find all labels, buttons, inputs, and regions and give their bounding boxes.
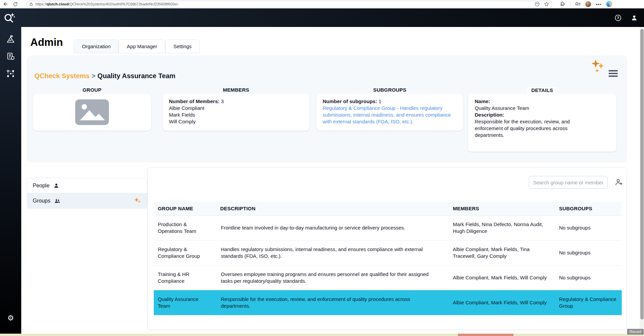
member-name: Will Comply: [169, 118, 303, 125]
org-nav: People Groups: [27, 178, 147, 209]
person-icon: [53, 183, 59, 189]
audit-document-shield-icon[interactable]: [6, 52, 15, 61]
nav-item-people[interactable]: People: [27, 178, 147, 193]
cell-group-name: Regulatory & Compliance Group: [154, 240, 216, 265]
column-header-subgroups: SUBGROUPS: [317, 87, 463, 93]
cell-description: Oversees employee training programs and …: [216, 265, 449, 290]
table-header-row: GROUP NAME DESCRIPTION MEMBERS SUBGROUPS: [154, 202, 622, 215]
nav-groups-label: Groups: [33, 198, 50, 204]
details-description-label: Description:: [475, 112, 504, 118]
settings-gear-icon[interactable]: ⚙: [7, 314, 14, 322]
table-row-selected[interactable]: Quality Assurance Team Responsible for t…: [154, 290, 622, 315]
group-image-card: [33, 94, 151, 131]
bookmark-star-icon[interactable]: [544, 1, 549, 7]
app-topbar: ?: [0, 8, 644, 27]
details-card: Name: Quality Assurance Team Description…: [468, 94, 616, 152]
browser-menu-icon[interactable]: •••: [596, 2, 602, 7]
groups-table-card: GROUP NAME DESCRIPTION MEMBERS SUBGROUPS…: [147, 167, 627, 330]
page-title: Admin: [30, 36, 63, 49]
card-menu-icon[interactable]: [609, 70, 618, 77]
url-text: https://qlutch.cloud/QCheck%20Systems/40…: [35, 2, 532, 6]
cell-members: Mark Fields, Nina Defecto, Norma Audit, …: [449, 215, 555, 240]
nav-item-groups[interactable]: Groups: [27, 193, 147, 208]
subgroups-count-label: Number of subgroups:: [323, 98, 377, 104]
help-icon[interactable]: ?: [614, 14, 622, 22]
table-row[interactable]: Production & Operations Team Frontline t…: [154, 215, 622, 240]
subgroup-link[interactable]: Regulatory & Compliance Group - Handles …: [323, 105, 457, 125]
cell-description: Frontline team involved in day-to-day ma…: [216, 215, 449, 240]
browser-chrome: https://qlutch.cloud/QCheck%20Systems/40…: [0, 0, 644, 8]
breadcrumb-current: Quality Assurance Team: [97, 72, 175, 80]
cell-group-name: Production & Operations Team: [154, 215, 216, 240]
cell-members: Albie Compliant, Mark Fields, Will Compl…: [449, 290, 555, 315]
refresh-icon[interactable]: [12, 1, 18, 7]
cell-description: Handles regulatory submissions, internal…: [216, 240, 449, 265]
cell-group-name: Quality Assurance Team: [154, 290, 216, 315]
main-content: Admin Organization App Manager Settings …: [21, 27, 640, 336]
cell-subgroups: Regulatory & Compliance Group: [555, 290, 622, 315]
column-header-members: MEMBERS: [163, 87, 309, 93]
cell-subgroups: No subgroups: [555, 215, 622, 240]
add-group-icon[interactable]: [615, 178, 623, 186]
ai-sparkle-small-icon: [134, 197, 142, 205]
members-count-label: Number of Members:: [169, 98, 219, 104]
url-bar[interactable]: https://qlutch.cloud/QCheck%20Systems/40…: [26, 1, 552, 7]
workflow-icon[interactable]: [6, 69, 15, 78]
screen-edge-strip: [0, 334, 644, 336]
details-description-value: Responsible for the execution, review, a…: [475, 118, 589, 139]
back-icon[interactable]: [3, 1, 9, 7]
column-header-group: GROUP: [33, 87, 151, 93]
copilot-icon[interactable]: [606, 1, 612, 7]
record-indicator: Record: [627, 329, 644, 335]
search-input[interactable]: [529, 176, 608, 189]
browser-profile-avatar[interactable]: [585, 1, 591, 7]
admin-tabs: Organization App Manager Settings: [74, 39, 200, 53]
member-name: Albie Compliant: [169, 105, 303, 112]
cell-subgroups: No subgroups: [555, 265, 622, 290]
header-members: MEMBERS: [449, 202, 555, 215]
members-count: 3: [221, 98, 224, 104]
breadcrumb-org-link[interactable]: QCheck Systems: [34, 72, 89, 80]
tab-organization[interactable]: Organization: [74, 39, 119, 53]
qlutch-logo-icon[interactable]: [3, 12, 16, 24]
breadcrumb-separator: >: [89, 72, 97, 80]
tab-app-manager[interactable]: App Manager: [119, 39, 165, 53]
lock-icon: [29, 2, 33, 6]
details-name-value: Quality Assurance Team: [475, 105, 610, 112]
image-placeholder-icon: [75, 99, 109, 125]
nav-people-label: People: [33, 183, 50, 189]
ai-sparkles-icon[interactable]: [590, 59, 606, 74]
groups-table: GROUP NAME DESCRIPTION MEMBERS SUBGROUPS…: [154, 202, 622, 315]
feedback-smiley-icon[interactable]: [534, 1, 540, 7]
favorites-bar-icon[interactable]: [575, 1, 581, 7]
scrollbar-thumb[interactable]: [640, 29, 644, 319]
breadcrumb: QCheck Systems>Quality Assurance Team: [34, 72, 175, 80]
cell-group-name: Training & HR Compliance: [154, 265, 216, 290]
details-name-label: Name:: [475, 98, 490, 104]
header-subgroups: SUBGROUPS: [555, 202, 622, 215]
header-group-name: GROUP NAME: [154, 202, 216, 215]
user-account-icon[interactable]: [631, 14, 638, 22]
milestones-mountain-icon[interactable]: [6, 35, 15, 43]
page-scrollbar[interactable]: ▼: [640, 27, 644, 336]
people-group-icon: [54, 198, 61, 204]
cell-members: Albie Compliant, Mark Fields, Tina Trace…: [449, 240, 555, 265]
subgroups-summary-card: Number of subgroups: 1 Regulatory & Comp…: [317, 94, 463, 131]
tab-settings[interactable]: Settings: [165, 39, 200, 53]
cell-subgroups: No subgroups: [555, 240, 622, 265]
cell-description: Responsible for the execution, review, a…: [216, 290, 449, 315]
members-summary-card: Number of Members: 3 Albie Compliant Mar…: [163, 94, 309, 131]
table-row[interactable]: Training & HR Compliance Oversees employ…: [154, 265, 622, 290]
extensions-puzzle-icon[interactable]: [560, 1, 565, 7]
cell-members: Albie Compliant, Mark Fields, Will Compl…: [449, 265, 555, 290]
svg-text:?: ?: [617, 16, 619, 20]
header-description: DESCRIPTION: [216, 202, 449, 215]
member-name: Mark Fields: [169, 112, 303, 118]
app-sidebar: ⚙: [0, 27, 21, 336]
group-overview-card: QCheck Systems>Quality Assurance Team GR…: [27, 56, 627, 162]
chrome-divider: [570, 2, 570, 6]
subgroups-count: 1: [379, 98, 381, 104]
table-row[interactable]: Regulatory & Compliance Group Handles re…: [154, 240, 622, 265]
